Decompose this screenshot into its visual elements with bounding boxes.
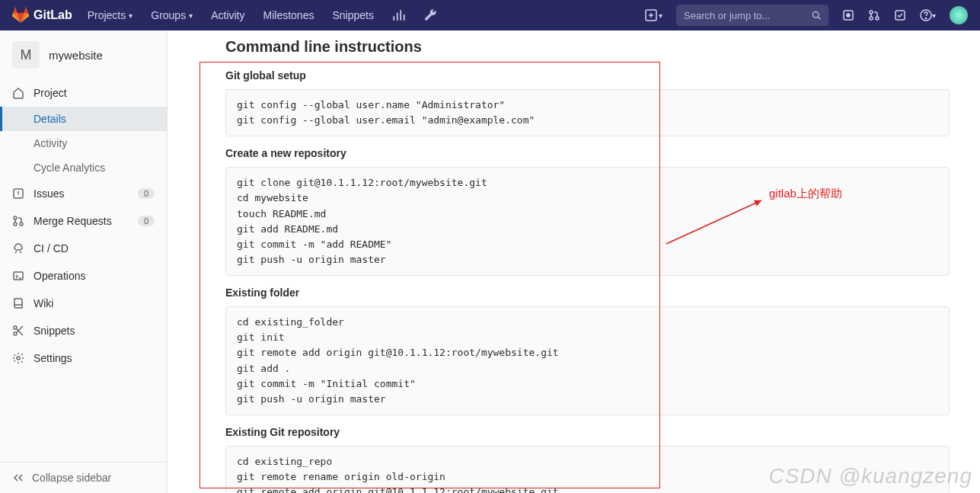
nav-activity[interactable]: Activity: [211, 9, 244, 21]
collapse-label: Collapse sidebar: [32, 472, 111, 484]
wrench-icon: [424, 8, 438, 22]
gear-icon: [12, 352, 24, 364]
section-global-setup: Git global setup git config --global use…: [225, 69, 950, 136]
merge-request-icon: [12, 215, 24, 227]
chevron-down-icon: ▾: [932, 11, 936, 20]
home-icon: [12, 87, 24, 99]
nav-chart-icon[interactable]: [392, 8, 406, 22]
sidebar-item-label: CI / CD: [34, 242, 69, 255]
user-avatar[interactable]: [950, 6, 968, 24]
chevron-down-icon: ▾: [659, 11, 662, 20]
nav-admin-icon[interactable]: [424, 8, 438, 22]
sidebar-item-cicd[interactable]: CI / CD: [0, 235, 167, 262]
page-title: Command line instructions: [225, 38, 950, 56]
nav-snippets-label: Snippets: [332, 9, 373, 21]
section-title: Existing Git repository: [225, 426, 950, 438]
code-block[interactable]: cd existing_folder git init git remote a…: [225, 306, 950, 415]
search-input[interactable]: [684, 10, 812, 21]
sidebar-item-merge-requests[interactable]: Merge Requests 0: [0, 207, 167, 235]
help-menu[interactable]: ▾: [920, 9, 936, 21]
nav-groups[interactable]: Groups▾: [151, 9, 193, 21]
nav-milestones-label: Milestones: [263, 9, 314, 21]
merge-request-icon: [868, 9, 880, 21]
section-title: Existing folder: [225, 287, 950, 299]
sidebar-sub-details[interactable]: Details: [0, 107, 167, 131]
svg-point-9: [925, 18, 926, 18]
section-create-repo: Create a new repository git clone git@10…: [225, 147, 950, 276]
nav-milestones[interactable]: Milestones: [263, 9, 314, 21]
project-header[interactable]: M mywebsite: [0, 30, 167, 79]
sidebar-item-label: Project: [34, 87, 67, 99]
code-block[interactable]: cd existing_repo git remote rename origi…: [225, 446, 950, 493]
sidebar-item-settings[interactable]: Settings: [0, 344, 167, 372]
collapse-icon: [12, 472, 24, 484]
top-navbar: GitLab Projects▾ Groups▾ Activity Milest…: [0, 0, 980, 30]
mr-count-badge: 0: [138, 216, 155, 226]
main-content: Command line instructions Git global set…: [168, 30, 980, 493]
chevron-down-icon: ▾: [189, 11, 193, 20]
svg-point-17: [17, 357, 20, 360]
sidebar-item-label: Wiki: [34, 297, 53, 309]
svg-point-16: [14, 332, 17, 335]
code-block[interactable]: git config --global user.name "Administr…: [225, 89, 950, 136]
sidebar-item-label: Issues: [34, 187, 64, 200]
sidebar-item-label: Cycle Analytics: [34, 162, 105, 174]
svg-point-1: [813, 12, 819, 18]
section-existing-repo: Existing Git repository cd existing_repo…: [225, 426, 950, 493]
sidebar-item-snippets[interactable]: Snippets: [0, 317, 167, 344]
todos-shortcut[interactable]: [894, 9, 906, 21]
svg-point-5: [870, 17, 873, 20]
mr-shortcut[interactable]: [868, 9, 880, 21]
operations-icon: [12, 270, 24, 282]
book-icon: [12, 297, 24, 309]
sidebar-item-label: Merge Requests: [34, 215, 112, 227]
todo-icon: [894, 9, 906, 21]
question-icon: [920, 9, 932, 21]
svg-point-15: [14, 326, 17, 329]
svg-rect-14: [14, 272, 23, 280]
project-avatar: M: [12, 41, 40, 69]
side-nav: Project Details Activity Cycle Analytics…: [0, 79, 167, 372]
svg-point-11: [14, 216, 17, 219]
nav-activity-label: Activity: [211, 9, 244, 21]
issue-icon: [842, 9, 854, 21]
section-title: Create a new repository: [225, 147, 950, 159]
new-button[interactable]: ▾: [645, 9, 662, 21]
sidebar-item-project[interactable]: Project: [0, 79, 167, 107]
brand-text: GitLab: [34, 8, 72, 22]
collapse-sidebar[interactable]: Collapse sidebar: [0, 462, 167, 493]
project-name: mywebsite: [49, 49, 103, 62]
scissors-icon: [12, 325, 24, 337]
section-existing-folder: Existing folder cd existing_folder git i…: [225, 287, 950, 415]
svg-point-6: [876, 17, 879, 20]
svg-point-12: [14, 222, 17, 226]
layout: M mywebsite Project Details Activity Cyc…: [0, 30, 980, 493]
logo[interactable]: GitLab: [12, 7, 72, 24]
sidebar-item-label: Operations: [34, 270, 85, 282]
sidebar-sub-cycle[interactable]: Cycle Analytics: [0, 155, 167, 180]
code-block[interactable]: git clone git@10.1.1.12:root/mywebsite.g…: [225, 167, 950, 276]
sidebar-item-operations[interactable]: Operations: [0, 262, 167, 290]
svg-point-3: [847, 14, 850, 17]
nav-groups-label: Groups: [151, 9, 186, 21]
nav-links: Projects▾ Groups▾ Activity Milestones Sn…: [88, 8, 438, 22]
issues-icon: [12, 187, 24, 200]
nav-projects[interactable]: Projects▾: [88, 9, 133, 21]
sidebar-sub-activity[interactable]: Activity: [0, 131, 167, 155]
section-title: Git global setup: [225, 69, 950, 82]
sidebar: M mywebsite Project Details Activity Cyc…: [0, 30, 168, 493]
svg-point-4: [870, 11, 873, 14]
issues-shortcut[interactable]: [842, 9, 854, 21]
nav-snippets[interactable]: Snippets: [332, 9, 373, 21]
nav-right: ▾ ▾: [645, 5, 968, 26]
sidebar-item-label: Activity: [34, 137, 67, 149]
sidebar-item-issues[interactable]: Issues 0: [0, 180, 167, 207]
rocket-icon: [12, 242, 24, 255]
plus-square-icon: [645, 9, 657, 21]
sidebar-item-label: Snippets: [34, 325, 75, 337]
sidebar-item-label: Settings: [34, 352, 72, 364]
search-box[interactable]: [676, 5, 828, 26]
issues-count-badge: 0: [138, 188, 155, 199]
sidebar-item-wiki[interactable]: Wiki: [0, 290, 167, 317]
sidebar-item-label: Details: [34, 113, 66, 125]
